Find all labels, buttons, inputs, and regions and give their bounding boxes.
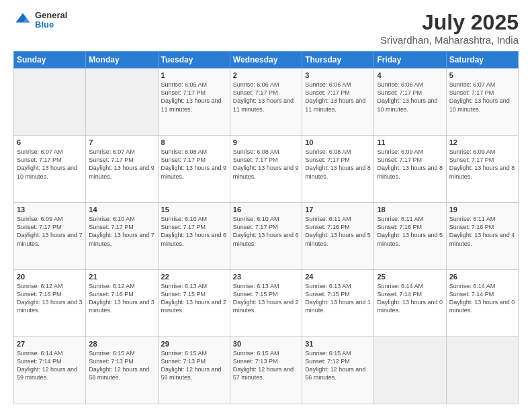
day-info: Sunrise: 6:10 AMSunset: 7:17 PMDaylight:… [233,215,299,248]
day-info: Sunrise: 6:06 AMSunset: 7:17 PMDaylight:… [377,81,443,113]
weekday-header: Friday [374,52,446,68]
calendar-week-row: 27Sunrise: 6:14 AMSunset: 7:14 PMDayligh… [14,337,519,404]
day-info: Sunrise: 6:07 AMSunset: 7:17 PMDaylight:… [449,81,515,113]
day-info: Sunrise: 6:06 AMSunset: 7:17 PMDaylight:… [305,81,371,113]
calendar-cell [446,337,518,404]
calendar-cell: 7Sunrise: 6:07 AMSunset: 7:17 PMDaylight… [86,136,158,203]
calendar-cell: 26Sunrise: 6:14 AMSunset: 7:14 PMDayligh… [446,270,518,337]
calendar-cell [86,68,158,136]
day-number: 7 [89,138,154,146]
day-number: 1 [161,71,227,79]
day-number: 11 [377,138,443,146]
calendar-cell: 5Sunrise: 6:07 AMSunset: 7:17 PMDaylight… [446,68,518,136]
day-number: 26 [449,273,515,281]
day-number: 19 [449,205,515,214]
day-info: Sunrise: 6:10 AMSunset: 7:17 PMDaylight:… [161,215,227,248]
weekday-header-row: SundayMondayTuesdayWednesdayThursdayFrid… [14,52,519,68]
main-title: July 2025 [380,11,519,34]
calendar-cell: 4Sunrise: 6:06 AMSunset: 7:17 PMDaylight… [374,68,446,136]
calendar-cell: 22Sunrise: 6:13 AMSunset: 7:15 PMDayligh… [158,270,230,337]
day-info: Sunrise: 6:07 AMSunset: 7:17 PMDaylight:… [89,148,154,181]
day-number: 16 [233,205,299,214]
calendar-cell: 19Sunrise: 6:11 AMSunset: 7:16 PMDayligh… [446,203,518,270]
calendar-cell: 29Sunrise: 6:15 AMSunset: 7:13 PMDayligh… [158,337,230,404]
day-number: 23 [233,273,299,281]
calendar-cell: 12Sunrise: 6:09 AMSunset: 7:17 PMDayligh… [446,136,518,203]
day-number: 9 [233,138,299,146]
calendar-cell: 2Sunrise: 6:06 AMSunset: 7:17 PMDaylight… [230,68,302,136]
weekday-header: Saturday [446,52,518,68]
day-number: 2 [233,71,299,79]
day-number: 10 [305,138,371,146]
day-number: 29 [161,340,227,348]
day-info: Sunrise: 6:08 AMSunset: 7:17 PMDaylight:… [305,148,371,181]
day-number: 6 [17,138,83,146]
day-info: Sunrise: 6:15 AMSunset: 7:12 PMDaylight:… [305,349,371,382]
calendar-cell: 31Sunrise: 6:15 AMSunset: 7:12 PMDayligh… [302,337,374,404]
day-number: 15 [161,205,227,214]
day-info: Sunrise: 6:15 AMSunset: 7:13 PMDaylight:… [233,349,299,382]
calendar-cell: 8Sunrise: 6:08 AMSunset: 7:17 PMDaylight… [158,136,230,203]
calendar-cell: 21Sunrise: 6:12 AMSunset: 7:16 PMDayligh… [86,270,158,337]
day-info: Sunrise: 6:11 AMSunset: 7:16 PMDaylight:… [449,215,515,248]
day-info: Sunrise: 6:10 AMSunset: 7:17 PMDaylight:… [89,215,154,248]
calendar-cell: 3Sunrise: 6:06 AMSunset: 7:17 PMDaylight… [302,68,374,136]
calendar-cell [374,337,446,404]
calendar-cell: 23Sunrise: 6:13 AMSunset: 7:15 PMDayligh… [230,270,302,337]
day-info: Sunrise: 6:14 AMSunset: 7:14 PMDaylight:… [17,349,83,382]
day-number: 12 [449,138,515,146]
weekday-header: Tuesday [158,52,230,68]
day-number: 21 [89,273,154,281]
day-number: 30 [233,340,299,348]
day-number: 13 [17,205,83,214]
day-info: Sunrise: 6:08 AMSunset: 7:17 PMDaylight:… [233,148,299,181]
day-info: Sunrise: 6:15 AMSunset: 7:13 PMDaylight:… [161,349,227,382]
day-number: 20 [17,273,83,281]
day-number: 5 [449,71,515,79]
calendar-table: SundayMondayTuesdayWednesdayThursdayFrid… [13,51,519,404]
day-info: Sunrise: 6:07 AMSunset: 7:17 PMDaylight:… [17,148,83,181]
day-number: 27 [17,340,83,348]
day-info: Sunrise: 6:08 AMSunset: 7:17 PMDaylight:… [161,148,227,181]
calendar-week-row: 1Sunrise: 6:05 AMSunset: 7:17 PMDaylight… [14,68,519,136]
day-info: Sunrise: 6:09 AMSunset: 7:17 PMDaylight:… [377,148,443,181]
weekday-header: Wednesday [230,52,302,68]
day-info: Sunrise: 6:14 AMSunset: 7:14 PMDaylight:… [377,282,443,315]
calendar-cell: 17Sunrise: 6:11 AMSunset: 7:16 PMDayligh… [302,203,374,270]
calendar-cell: 25Sunrise: 6:14 AMSunset: 7:14 PMDayligh… [374,270,446,337]
calendar-cell: 6Sunrise: 6:07 AMSunset: 7:17 PMDaylight… [14,136,86,203]
page: General Blue July 2025 Srivardhan, Mahar… [0,0,532,411]
calendar-cell: 11Sunrise: 6:09 AMSunset: 7:17 PMDayligh… [374,136,446,203]
day-number: 24 [305,273,371,281]
calendar-cell: 10Sunrise: 6:08 AMSunset: 7:17 PMDayligh… [302,136,374,203]
calendar-cell: 13Sunrise: 6:09 AMSunset: 7:17 PMDayligh… [14,203,86,270]
day-info: Sunrise: 6:12 AMSunset: 7:16 PMDaylight:… [17,282,83,315]
day-info: Sunrise: 6:15 AMSunset: 7:13 PMDaylight:… [89,349,154,382]
day-info: Sunrise: 6:13 AMSunset: 7:15 PMDaylight:… [305,282,371,315]
calendar-cell: 1Sunrise: 6:05 AMSunset: 7:17 PMDaylight… [158,68,230,136]
day-number: 3 [305,71,371,79]
title-block: July 2025 Srivardhan, Maharashtra, India [380,11,519,46]
calendar-cell: 20Sunrise: 6:12 AMSunset: 7:16 PMDayligh… [14,270,86,337]
day-info: Sunrise: 6:14 AMSunset: 7:14 PMDaylight:… [449,282,515,315]
day-info: Sunrise: 6:11 AMSunset: 7:16 PMDaylight:… [377,215,443,248]
day-number: 18 [377,205,443,214]
calendar-cell: 18Sunrise: 6:11 AMSunset: 7:16 PMDayligh… [374,203,446,270]
calendar-cell: 28Sunrise: 6:15 AMSunset: 7:13 PMDayligh… [86,337,158,404]
day-info: Sunrise: 6:09 AMSunset: 7:17 PMDaylight:… [17,215,83,248]
logo-general-label: General [35,11,67,20]
day-number: 28 [89,340,154,348]
logo-icon [13,11,32,30]
calendar-week-row: 6Sunrise: 6:07 AMSunset: 7:17 PMDaylight… [14,136,519,203]
calendar-cell: 16Sunrise: 6:10 AMSunset: 7:17 PMDayligh… [230,203,302,270]
day-info: Sunrise: 6:13 AMSunset: 7:15 PMDaylight:… [161,282,227,315]
calendar-cell: 14Sunrise: 6:10 AMSunset: 7:17 PMDayligh… [86,203,158,270]
day-info: Sunrise: 6:12 AMSunset: 7:16 PMDaylight:… [89,282,154,315]
calendar-cell: 9Sunrise: 6:08 AMSunset: 7:17 PMDaylight… [230,136,302,203]
day-number: 25 [377,273,443,281]
calendar-cell: 30Sunrise: 6:15 AMSunset: 7:13 PMDayligh… [230,337,302,404]
day-number: 8 [161,138,227,146]
logo-text: General Blue [35,11,67,30]
header: General Blue July 2025 Srivardhan, Mahar… [13,11,519,46]
day-number: 4 [377,71,443,79]
